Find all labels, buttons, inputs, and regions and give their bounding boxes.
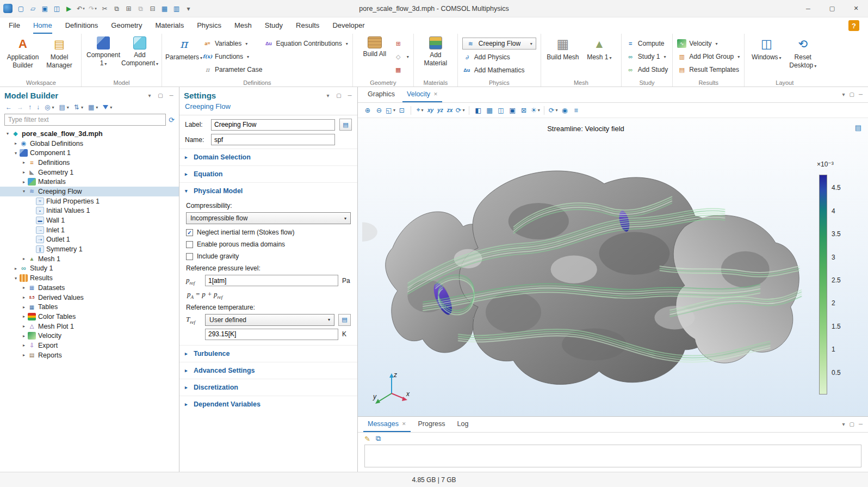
undo-icon[interactable]: ↶▾ — [75, 3, 86, 15]
expander-icon[interactable]: ▸ — [13, 266, 19, 271]
forward-icon[interactable]: → — [17, 103, 23, 111]
tab-progress[interactable]: Progress — [414, 417, 450, 432]
tree-item-study-1[interactable]: ▸∞Study 1 — [0, 264, 179, 274]
selections-button[interactable]: ▦ — [394, 64, 409, 75]
new-file-icon[interactable]: ▢ — [15, 3, 27, 15]
stokes-flow-checkbox-row[interactable]: ✓ Neglect inertial term (Stokes flow) — [186, 229, 351, 236]
close-icon[interactable]: ✕ — [433, 91, 438, 97]
help-button[interactable]: ? — [848, 20, 859, 31]
expander-icon[interactable]: ▸ — [21, 170, 27, 175]
component-1-button[interactable]: Component 1▾ — [86, 35, 121, 67]
delete-icon[interactable]: ⊟ — [147, 3, 158, 15]
compute-button[interactable]: = Compute — [626, 38, 668, 49]
duplicate-icon[interactable]: ⧉ — [135, 3, 146, 15]
hide-icon[interactable]: ─ — [168, 93, 175, 98]
split-view-icon[interactable]: ◫ — [495, 105, 506, 116]
menu-developer[interactable]: Developer — [332, 17, 364, 34]
expander-icon[interactable]: ▸ — [21, 353, 27, 357]
expander-icon[interactable]: ▸ — [21, 343, 27, 348]
section-dependent-variables[interactable]: ▸Dependent Variables — [179, 396, 357, 412]
camera-icon[interactable]: ◉ — [559, 105, 570, 116]
detach-icon[interactable]: ▢ — [336, 93, 342, 98]
functions-button[interactable]: f(x) Functions▾ — [203, 51, 262, 62]
run-icon[interactable]: ▶ — [63, 3, 75, 15]
expander-icon[interactable]: ▸ — [21, 160, 27, 165]
default-view-icon[interactable]: ⌖▾ — [414, 105, 425, 116]
tree-item-wall-1[interactable]: ▬Wall 1 — [0, 215, 179, 225]
copy-table-icon[interactable]: ⧉ — [376, 434, 381, 443]
reference-pressure-input[interactable] — [205, 275, 338, 286]
edit-temperature-button[interactable]: ▤ — [338, 314, 351, 326]
detach-icon[interactable]: ▢ — [849, 91, 854, 97]
plot-settings-icon[interactable]: ▤ — [855, 124, 861, 132]
print-icon[interactable]: ≡ — [571, 105, 581, 116]
copy-icon[interactable]: ⧉ — [111, 3, 122, 15]
add-component-button[interactable]: Add Component▾ — [122, 35, 157, 67]
compressibility-combo[interactable]: Incompressible flow ▾ — [186, 212, 351, 224]
tree-item-creeping-flow[interactable]: ▾≋Creeping Flow — [0, 187, 179, 196]
rename-button[interactable]: ▤ — [339, 119, 352, 131]
scene-light-icon[interactable]: ☀▾ — [530, 105, 541, 116]
menu-geometry[interactable]: Geometry — [111, 17, 142, 34]
section-advanced-settings[interactable]: ▸Advanced Settings — [179, 362, 357, 379]
menu-file[interactable]: File — [9, 17, 20, 34]
detach-icon[interactable]: ▢ — [157, 93, 164, 98]
gravity-checkbox-row[interactable]: Include gravity — [186, 252, 351, 260]
tree-item-mesh-plot-1[interactable]: ▸△Mesh Plot 1 — [0, 322, 179, 331]
redo-icon[interactable]: ↷▾ — [87, 3, 98, 15]
expander-icon[interactable]: ▸ — [21, 314, 27, 319]
menu-definitions[interactable]: Definitions — [65, 17, 98, 34]
zoom-in-icon[interactable]: ⊕ — [362, 105, 373, 116]
tree-item-reports[interactable]: ▸▤Reports — [0, 350, 179, 360]
tree-item-component-1[interactable]: ▾Component 1 — [0, 148, 179, 158]
add-study-button[interactable]: ∞ Add Study — [626, 64, 668, 75]
qat-customize-icon[interactable]: ▾ — [183, 3, 194, 15]
back-icon[interactable]: ← — [5, 103, 12, 111]
menu-mesh[interactable]: Mesh — [234, 17, 252, 34]
tree-item-materials[interactable]: ▸Materials — [0, 177, 179, 187]
add-mathematics-button[interactable]: Δu Add Mathematics — [462, 65, 536, 76]
lock-view-icon[interactable]: ⊠ — [518, 105, 529, 116]
section-discretization[interactable]: ▸Discretization — [179, 379, 357, 396]
parameters-button[interactable]: π Parameters▾ — [166, 35, 201, 61]
sort-button[interactable]: ⇅▾ — [74, 103, 83, 111]
add-material-button[interactable]: Add Material — [418, 35, 453, 67]
minimize-button[interactable]: ─ — [796, 0, 820, 17]
temperature-input[interactable] — [205, 329, 338, 340]
model-manager-button[interactable]: ▤ Model Manager — [42, 35, 77, 70]
build-all-button[interactable]: Build All — [357, 35, 392, 58]
velocity-plot-button[interactable]: ∿ Velocity▾ — [677, 38, 740, 49]
hide-icon[interactable]: ─ — [346, 93, 353, 98]
add-plot-group-button[interactable]: ▥ Add Plot Group▾ — [677, 51, 740, 62]
cut-icon[interactable]: ✂ — [99, 3, 110, 15]
menu-study[interactable]: Study — [265, 17, 283, 34]
tree-item-datasets[interactable]: ▸▦Datasets — [0, 283, 179, 293]
insert-sequence-button[interactable]: ⊞ — [394, 38, 409, 49]
expander-icon[interactable]: ▾ — [4, 131, 11, 136]
menu-home[interactable]: Home — [33, 17, 52, 34]
hide-icon[interactable]: ─ — [859, 421, 863, 427]
tab-graphics[interactable]: Graphics — [363, 87, 399, 102]
add-physics-button[interactable]: ∂ Add Physics — [462, 52, 536, 63]
build-mesh-button[interactable]: ▦ Build Mesh — [545, 35, 580, 61]
move-down-icon[interactable]: ↓ — [36, 103, 40, 111]
open-icon[interactable]: ▱ — [27, 3, 39, 15]
section-domain-selection[interactable]: ▸Domain Selection — [179, 149, 357, 165]
panel-menu-icon[interactable]: ▾ — [842, 421, 845, 427]
zoom-box-icon[interactable]: ◱▾ — [385, 105, 396, 116]
menu-physics[interactable]: Physics — [197, 17, 221, 34]
tab-velocity[interactable]: Velocity✕ — [402, 87, 442, 102]
transparency-icon[interactable]: ◧ — [473, 105, 483, 116]
show-button[interactable]: ◎▾ — [45, 103, 54, 111]
section-turbulence[interactable]: ▸Turbulence — [179, 345, 357, 362]
tree-item-symmetry-1[interactable]: ∥Symmetry 1 — [0, 244, 179, 254]
view-yz-button[interactable]: yz — [436, 107, 445, 114]
tree-item-inlet-1[interactable]: →Inlet 1 — [0, 225, 179, 235]
paste-icon[interactable]: ⊞ — [123, 3, 134, 15]
maximize-button[interactable]: ▢ — [820, 0, 844, 17]
zoom-out-icon[interactable]: ⊖ — [374, 105, 385, 116]
close-icon[interactable]: ✕ — [402, 421, 406, 427]
equation-contributions-button[interactable]: Δu Equation Contributions▾ — [264, 38, 348, 49]
expander-icon[interactable]: ▸ — [21, 180, 27, 184]
reset-desktop-button[interactable]: ⟲ Reset Desktop▾ — [785, 35, 820, 70]
